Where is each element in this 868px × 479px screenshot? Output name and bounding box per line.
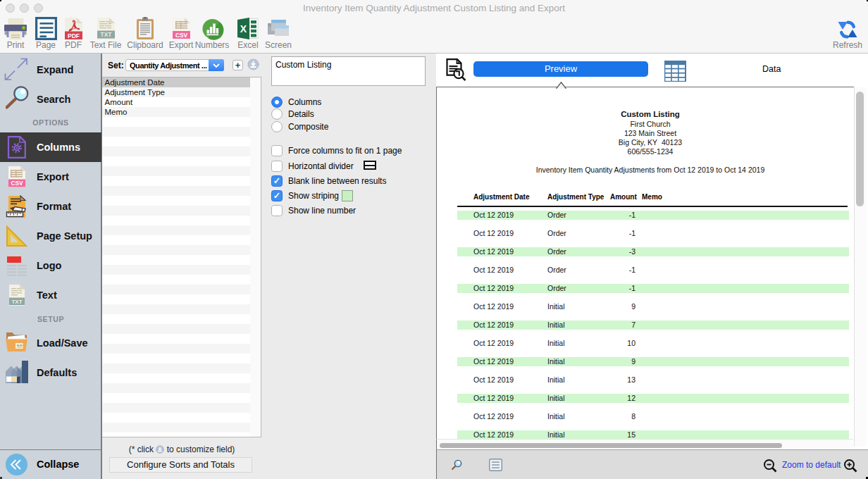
svg-text:TXT: TXT (100, 31, 112, 38)
svg-text:CSV: CSV (175, 32, 187, 39)
svg-text:TXT: TXT (11, 299, 22, 305)
svg-text:X: X (240, 23, 247, 35)
svg-text:CSV: CSV (11, 180, 23, 187)
svg-text:PDF: PDF (67, 32, 79, 39)
